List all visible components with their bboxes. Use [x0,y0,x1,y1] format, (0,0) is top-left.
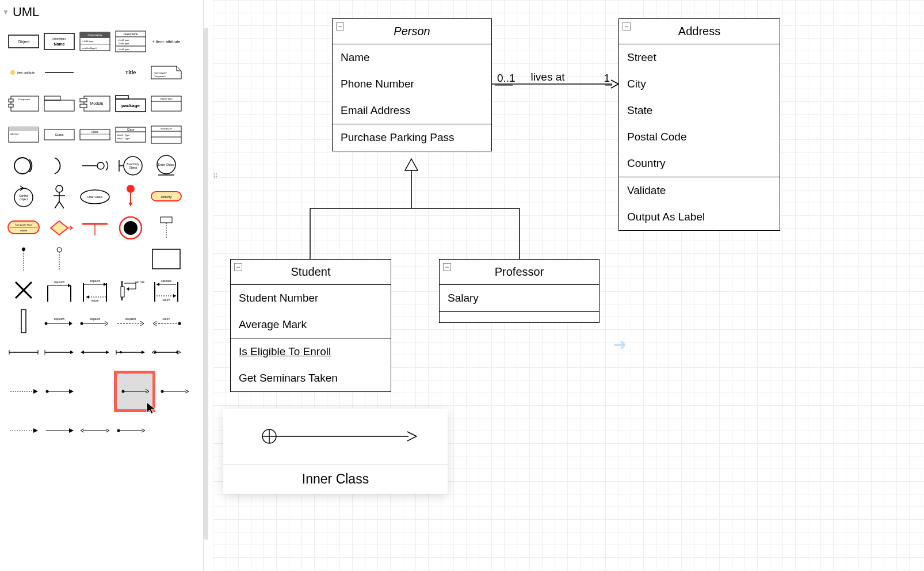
shape-arrow-dot2[interactable] [114,418,147,443]
shape-lifeline-open[interactable] [43,246,76,272]
shape-arrow-dashdot[interactable] [7,418,40,443]
shape-preview-tooltip: Inner Class [223,409,448,494]
shape-control-object[interactable]: ControlObject [7,184,40,210]
collapse-triangle-icon: ▼ [2,8,9,16]
shape-delete[interactable] [7,277,40,303]
operation[interactable]: Purchase Parking Pass [333,124,491,151]
attribute[interactable]: Street [619,44,780,71]
shape-class-label[interactable]: Class [43,122,76,147]
collapse-icon[interactable]: − [234,263,242,271]
shape-empty2[interactable] [78,246,112,272]
svg-text:Object: Object [20,197,28,201]
shape-activation-bar[interactable] [7,309,40,334]
shape-use-case[interactable]: Use Case [78,184,112,210]
shape-line-seg2[interactable] [43,340,76,365]
shape-fork[interactable] [78,215,112,241]
svg-rect-89 [161,217,172,223]
shape-msg-dispatch[interactable]: dispatch [43,309,76,334]
attribute[interactable]: Average Mark [231,311,391,338]
shape-arrow-dashed-solid[interactable] [7,379,40,404]
shape-decision[interactable] [43,215,76,241]
svg-text:field1 : Type: field1 : Type [117,134,130,136]
shape-self-call[interactable]: self call [114,277,147,303]
shape-class-plain[interactable]: Classname+ field: type+ field: type+ fie… [114,29,147,54]
operation[interactable]: Get Seminars Taken [231,365,391,391]
shape-interface-parts[interactable]: «interface» [150,122,183,147]
shape-interface-circle[interactable] [7,153,40,178]
class-person[interactable]: − Person Name Phone Number Email Address… [332,18,492,151]
shape-package[interactable]: package [114,91,147,116]
attribute[interactable]: State [619,97,780,124]
shape-note[interactable]: «stereotype»Component [150,60,183,85]
shape-component[interactable]: Component [7,91,40,116]
shape-empty4[interactable] [78,379,112,404]
shape-dispatch-return[interactable]: dispatchreturn [78,277,112,303]
attribute[interactable]: Student Number [231,285,391,311]
shape-empty5[interactable] [150,418,183,443]
shape-callback[interactable]: callbackreturn [150,277,183,303]
shape-inner-class-connector[interactable] [114,371,155,412]
shape-dispatch-1[interactable]: dispatch [43,277,76,303]
attribute[interactable]: Postal Code [619,124,780,150]
operation[interactable]: Is Eligible To Enroll [231,338,391,365]
shape-tabs[interactable] [43,91,76,116]
shape-lollipop[interactable] [78,153,112,178]
shape-table[interactable]: taborum [7,122,40,147]
shape-interface[interactable]: «interface»Name [43,29,76,54]
shape-class-filled[interactable]: Classname+ field: type+method(type) [78,29,112,54]
attribute[interactable]: Name [333,44,491,71]
svg-point-58 [97,162,104,169]
collapse-icon[interactable]: − [443,263,451,271]
shape-class-label2[interactable]: Class [78,122,112,147]
shape-actor[interactable] [43,184,76,210]
shape-boundary-object[interactable]: BoundaryObject [114,153,147,178]
shape-class-parts[interactable]: Classfield1 : Typefield2 : Type [114,122,147,147]
attribute[interactable]: Country [619,150,780,177]
class-address[interactable]: − Address Street City State Postal Code … [618,18,780,231]
shape-empty1[interactable] [78,60,112,85]
collapse-icon[interactable]: − [336,22,344,31]
shape-hline[interactable] [43,60,76,85]
shape-msg-dispatch-2[interactable]: dispatch [78,309,112,334]
shape-required-interface[interactable] [43,153,76,178]
shape-empty3[interactable] [114,246,147,272]
attribute[interactable]: Salary [440,285,599,311]
shape-title[interactable]: Title [114,60,147,85]
shape-line-seg1[interactable] [7,340,40,365]
shape-arrow-plain[interactable] [43,418,76,443]
shape-final-node[interactable] [114,215,147,241]
shape-line-seg5[interactable] [150,340,183,365]
operation[interactable]: Validate [619,177,780,204]
shape-arrow-dot-solid[interactable] [43,379,76,404]
palette-section-header[interactable]: ▼ UML [0,0,203,24]
svg-text:return: return [162,317,170,321]
shape-module[interactable]: Module [78,91,112,116]
shape-rect[interactable] [150,246,183,272]
sidebar-scrollbar[interactable] [204,28,209,540]
shape-object-type[interactable]: Object:Type [150,91,183,116]
class-professor[interactable]: − Professor Salary [439,259,600,323]
shape-lifeline-dashed[interactable] [7,246,40,272]
shape-line-seg4[interactable] [114,340,147,365]
shape-composite-state[interactable]: Composite Statesubtitle [7,215,40,241]
collapse-icon[interactable]: − [623,22,631,31]
shape-attr-badge[interactable]: item: attribute [7,60,40,85]
hover-connect-arrow-icon[interactable]: ➜ [613,335,627,354]
shape-arrow-biopen[interactable] [78,418,112,443]
shape-activity[interactable]: Activity [150,184,183,210]
attribute[interactable]: Email Address [333,97,491,124]
operation[interactable]: Output As Label [619,204,780,230]
attribute[interactable]: Phone Number [333,71,491,97]
shape-object[interactable]: Object [7,29,40,54]
shape-msg-dispatch-dash[interactable]: dispatch [114,309,147,334]
shape-line-seg3[interactable] [78,340,112,365]
shape-item-attribute[interactable]: + item: attribute [150,29,183,54]
attribute[interactable]: City [619,71,780,97]
shape-entity-object[interactable]: Entity Object [150,153,183,178]
shape-lifeline-head[interactable] [150,215,183,241]
shape-initial-node[interactable] [114,184,147,210]
class-student[interactable]: − Student Student Number Average Mark Is… [230,259,391,392]
svg-text:dispatch: dispatch [90,317,101,321]
shape-arrow-dot-open[interactable] [158,379,191,404]
shape-msg-return[interactable]: return [150,309,183,334]
